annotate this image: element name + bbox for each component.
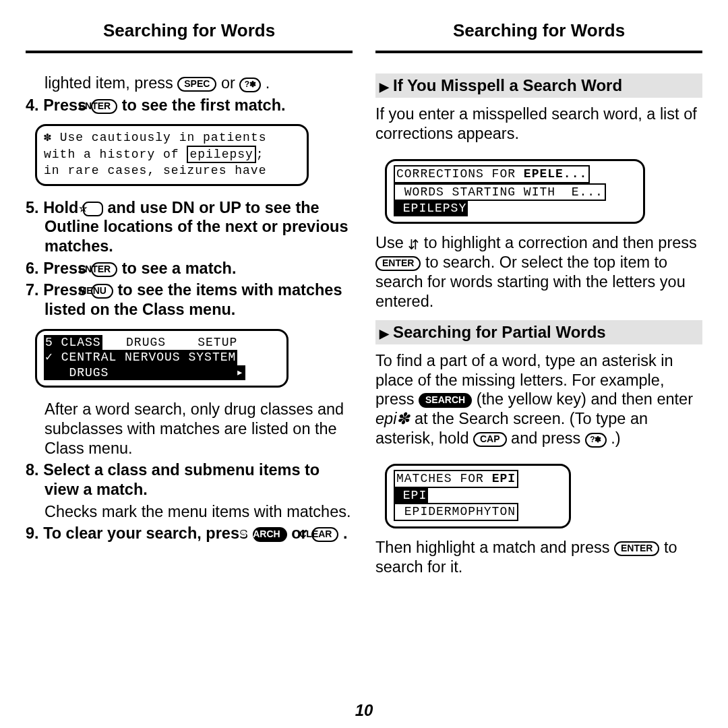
clear-key: CLEAR xyxy=(311,527,338,542)
section-partial: Searching for Partial Words xyxy=(375,320,702,344)
step-6: 6. Press ENTER to see a match. xyxy=(26,259,353,278)
search-key: SEARCH xyxy=(253,527,287,542)
qmark-key: ?✽ xyxy=(585,433,607,448)
lcd-screenshot-3: CORRECTIONS FOR EPELE... WORDS STARTING … xyxy=(385,159,645,224)
step-9: 9. To clear your search, press SEARCH or… xyxy=(26,524,353,543)
menu-key: MENU xyxy=(91,284,113,299)
enter-key: ENTER xyxy=(91,262,117,277)
column-header-left: Searching for Words xyxy=(26,20,353,41)
enter-key: ENTER xyxy=(375,256,421,271)
step-8: 8. Select a class and submenu items to v… xyxy=(26,460,353,499)
cap-key: CAP xyxy=(473,432,507,447)
enter-key: ENTER xyxy=(614,541,659,556)
triangle-icon xyxy=(380,323,393,341)
rule xyxy=(375,51,702,53)
checks-text: Checks mark the menu items with matches. xyxy=(44,502,353,522)
misspell-body: Use ⇵ to highlight a correction and then… xyxy=(375,233,702,311)
lead-text: lighted item, press SPEC or ?✽ . xyxy=(44,73,353,93)
lcd-screenshot-2: 5 CLASS DRUGS SETUP CENTRAL NERVOUS SYST… xyxy=(35,329,289,388)
page-number: 10 xyxy=(0,701,728,720)
partial-then: Then highlight a match and press ENTER t… xyxy=(375,538,702,576)
lcd-screenshot-1: ✽ Use cautiously in patients with a hist… xyxy=(35,124,309,186)
triangle-icon xyxy=(380,76,393,94)
star-key: ☆ xyxy=(83,202,103,216)
spec-key: SPEC xyxy=(177,77,216,92)
enter-key: ENTER xyxy=(91,99,117,114)
qmark-key: ?✽ xyxy=(239,78,261,92)
partial-body: To find a part of a word, type an asteri… xyxy=(375,351,702,448)
step-7: 7. Press MENU to see the items with matc… xyxy=(26,280,353,319)
right-column: Searching for Words If You Misspell a Se… xyxy=(375,20,702,586)
left-column: Searching for Words lighted item, press … xyxy=(26,20,353,586)
after-search-text: After a word search, only drug classes a… xyxy=(44,400,353,458)
lcd-screenshot-4: MATCHES FOR EPI EPI EPIDERMOPHYTON xyxy=(385,464,571,528)
rule xyxy=(26,51,353,53)
column-header-right: Searching for Words xyxy=(375,20,702,41)
scroll-icon: ⇵ xyxy=(408,237,419,253)
misspell-intro: If you enter a misspelled search word, a… xyxy=(375,104,702,143)
search-key: SEARCH xyxy=(419,393,472,408)
step-5: 5. Hold ☆ and use DN or UP to see the Ou… xyxy=(26,198,353,256)
step-4: 4. Press ENTER to see the first match. xyxy=(26,96,353,115)
section-misspell: If You Misspell a Search Word xyxy=(375,73,702,98)
